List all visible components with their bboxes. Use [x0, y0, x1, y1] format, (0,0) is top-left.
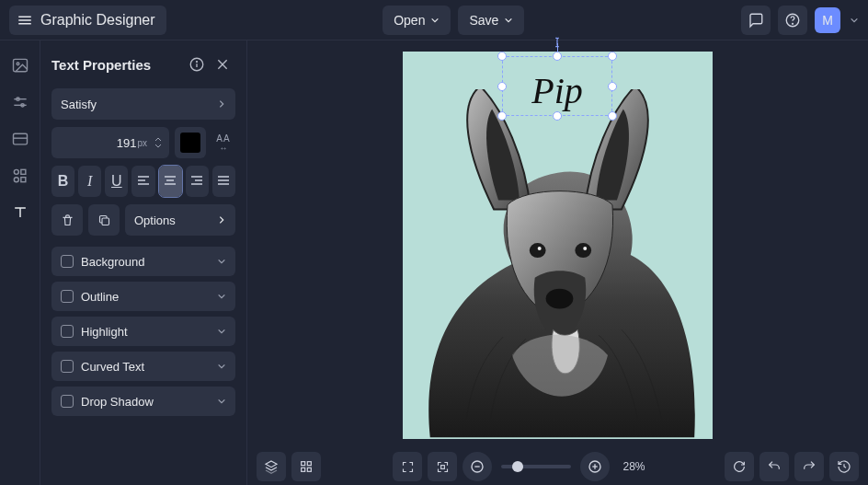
checkbox[interactable]	[61, 395, 74, 408]
effect-drop-shadow[interactable]: Drop Shadow	[51, 387, 235, 416]
svg-point-38	[575, 243, 591, 258]
svg-rect-43	[307, 468, 311, 471]
svg-point-4	[793, 23, 794, 24]
image-tool[interactable]	[4, 52, 37, 79]
bold-icon: B	[58, 173, 69, 190]
size-decrease[interactable]	[153, 143, 164, 150]
text-tool[interactable]	[4, 199, 37, 226]
menu-icon	[17, 12, 33, 29]
handle-tr[interactable]	[608, 52, 617, 61]
save-button[interactable]: Save	[458, 6, 524, 35]
redo-button[interactable]	[794, 452, 824, 481]
help-button[interactable]	[778, 6, 807, 35]
layers-button[interactable]	[257, 452, 286, 481]
handle-tm[interactable]	[553, 52, 562, 61]
duplicate-button[interactable]	[88, 204, 120, 236]
svg-point-19	[197, 62, 198, 63]
handle-bm[interactable]	[553, 111, 562, 121]
effect-label: Curved Text	[81, 360, 144, 374]
zoom-slider[interactable]	[501, 465, 571, 468]
canvas-area[interactable]: Pip	[247, 40, 868, 448]
bottom-toolbar: 28%	[247, 448, 868, 485]
size-increase[interactable]	[153, 135, 164, 143]
chevron-down-icon	[154, 144, 162, 149]
save-label: Save	[469, 13, 498, 28]
app-brand[interactable]: Graphic Designer	[9, 6, 166, 35]
handle-tl[interactable]	[497, 52, 507, 61]
adjust-tool[interactable]	[4, 88, 37, 116]
chevron-right-icon	[217, 99, 226, 109]
align-justify-button[interactable]	[212, 166, 235, 197]
effect-label: Outline	[81, 290, 119, 304]
handle-bl[interactable]	[497, 111, 507, 121]
text-selection[interactable]: Pip	[502, 56, 612, 116]
delete-button[interactable]	[51, 204, 83, 236]
effect-background[interactable]: Background	[51, 247, 235, 276]
refresh-button[interactable]	[725, 452, 754, 481]
zoom-out-button[interactable]	[463, 452, 492, 481]
fullscreen-button[interactable]	[393, 452, 422, 481]
history-button[interactable]	[829, 452, 859, 481]
grid-button[interactable]	[291, 452, 321, 481]
svg-point-35	[546, 289, 574, 309]
image-icon	[11, 56, 29, 75]
shapes-tool[interactable]	[4, 162, 37, 190]
avatar[interactable]: M	[815, 7, 840, 33]
info-icon	[188, 56, 205, 73]
checkbox[interactable]	[61, 325, 74, 338]
svg-point-13	[14, 169, 18, 174]
align-center-button[interactable]	[159, 166, 182, 197]
open-label: Open	[394, 13, 425, 28]
effect-label: Background	[81, 255, 144, 269]
svg-point-39	[583, 247, 587, 250]
svg-rect-16	[20, 178, 25, 182]
help-icon	[784, 12, 801, 29]
minus-icon	[470, 459, 485, 474]
svg-rect-40	[302, 462, 305, 466]
text-icon	[11, 203, 29, 222]
artboard[interactable]: Pip	[403, 52, 713, 439]
chevron-down-icon[interactable]	[850, 16, 859, 25]
fit-screen-button[interactable]	[428, 452, 457, 481]
panel-title: Text Properties	[51, 57, 184, 73]
undo-button[interactable]	[760, 452, 789, 481]
app-title: Graphic Designer	[40, 12, 155, 29]
effect-curved-text[interactable]: Curved Text	[51, 352, 235, 381]
canvas-image[interactable]	[403, 89, 713, 439]
effect-label: Highlight	[81, 325, 128, 339]
letter-spacing-button[interactable]: AA ↔	[211, 127, 235, 158]
checkbox[interactable]	[61, 290, 74, 303]
svg-point-37	[538, 247, 542, 250]
canvas-text[interactable]: Pip	[502, 69, 612, 112]
info-button[interactable]	[184, 52, 210, 77]
underline-button[interactable]: U	[105, 166, 128, 197]
checkbox[interactable]	[61, 255, 74, 268]
layers-tool[interactable]	[4, 125, 37, 153]
grid-icon	[299, 459, 314, 474]
font-family-select[interactable]: Satisfy	[51, 88, 235, 120]
dog-illustration	[403, 89, 713, 439]
italic-button[interactable]: I	[78, 166, 101, 197]
zoom-value[interactable]: 28%	[622, 460, 645, 473]
align-right-button[interactable]	[186, 166, 209, 197]
align-right-icon	[190, 176, 203, 187]
rotate-handle[interactable]	[551, 36, 564, 49]
refresh-icon	[732, 459, 747, 474]
checkbox[interactable]	[61, 360, 74, 373]
effect-outline[interactable]: Outline	[51, 282, 235, 311]
font-size-input[interactable]: 191px	[51, 127, 169, 158]
align-left-button[interactable]	[131, 166, 154, 197]
options-button[interactable]: Options	[125, 204, 235, 236]
open-button[interactable]: Open	[383, 6, 451, 35]
zoom-in-button[interactable]	[580, 452, 610, 481]
handle-br[interactable]	[608, 111, 617, 121]
zoom-thumb[interactable]	[512, 461, 523, 472]
align-center-icon	[164, 176, 177, 187]
undo-icon	[767, 459, 782, 474]
comment-button[interactable]	[741, 6, 771, 35]
effect-highlight[interactable]: Highlight	[51, 317, 235, 346]
svg-point-6	[17, 63, 19, 65]
close-panel-button[interactable]	[210, 52, 235, 77]
bold-button[interactable]: B	[51, 166, 74, 197]
text-color-swatch[interactable]	[175, 127, 206, 158]
